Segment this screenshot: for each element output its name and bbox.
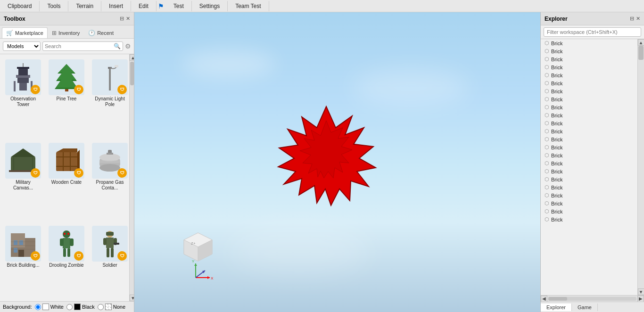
explorer-item[interactable]: ⬡Brick bbox=[541, 191, 637, 199]
filter-button[interactable]: ⚙ bbox=[125, 42, 131, 50]
explorer-item[interactable]: ⬡Brick bbox=[541, 95, 637, 103]
explorer-item-name: Brick bbox=[551, 209, 562, 214]
explorer-item-name: Brick bbox=[551, 81, 562, 86]
pine-tree-name: Pine Tree bbox=[57, 96, 77, 102]
svg-rect-38 bbox=[18, 250, 24, 257]
tab-recent[interactable]: 🕐 Recent bbox=[84, 27, 118, 38]
svg-rect-55 bbox=[107, 248, 109, 257]
grid-item-soldier[interactable]: 🛡 Soldier bbox=[90, 223, 129, 298]
explorer-item[interactable]: ⬡Brick bbox=[541, 215, 637, 223]
grid-item-brick-building[interactable]: 🛡 Brick Building... bbox=[3, 223, 43, 298]
toolbox-close-button[interactable]: ✕ bbox=[126, 16, 130, 22]
bottom-tab-game[interactable]: Game bbox=[572, 304, 598, 311]
explorer-item-name: Brick bbox=[551, 145, 562, 150]
explorer-item[interactable]: ⬡Brick bbox=[541, 151, 637, 159]
explorer-item[interactable]: ⬡Brick bbox=[541, 135, 637, 143]
explorer-item[interactable]: ⬡Brick bbox=[541, 87, 637, 95]
explorer-pin-button[interactable]: ⊟ bbox=[630, 16, 634, 22]
explorer-item-name: Brick bbox=[551, 97, 562, 102]
tab-marketplace[interactable]: 🛒 Marketplace bbox=[2, 27, 48, 38]
model-dropdown[interactable]: Models bbox=[3, 41, 41, 51]
menu-settings[interactable]: Settings bbox=[192, 1, 228, 11]
scroll-down-arrow[interactable]: ▼ bbox=[130, 295, 134, 301]
scroll-up-arrow[interactable]: ▲ bbox=[130, 54, 134, 61]
explorer-item-name: Brick bbox=[551, 73, 562, 78]
menu-terrain[interactable]: Terrain bbox=[68, 1, 101, 11]
explorer-item[interactable]: ⬡Brick bbox=[541, 199, 637, 207]
grid-item-propane[interactable]: 🛡 Propane Gas Conta... bbox=[90, 140, 129, 221]
bottom-tab-explorer[interactable]: Explorer bbox=[541, 304, 572, 311]
explorer-item[interactable]: ⬡Brick bbox=[541, 55, 637, 63]
bg-none-radio[interactable] bbox=[98, 304, 104, 310]
explorer-item-icon: ⬡ bbox=[545, 56, 549, 62]
explorer-item-name: Brick bbox=[551, 193, 562, 198]
explorer-item[interactable]: ⬡Brick bbox=[541, 39, 637, 47]
svg-rect-19 bbox=[56, 152, 77, 171]
cloud-2 bbox=[352, 69, 470, 107]
toolbox-controls: ⊟ ✕ bbox=[120, 16, 130, 22]
explorer-search-input[interactable] bbox=[544, 27, 641, 37]
item-thumb-brick-building: 🛡 bbox=[5, 226, 41, 262]
light-pole-badge: 🛡 bbox=[117, 85, 127, 94]
menu-clipboard[interactable]: Clipboard bbox=[0, 1, 40, 11]
grid-item-light-pole[interactable]: 🛡 Dynamic Light Pole bbox=[90, 57, 129, 138]
toolbox-scrollbar[interactable]: ▲ ▼ bbox=[129, 54, 134, 301]
explorer-item[interactable]: ⬡Brick bbox=[541, 183, 637, 191]
menu-edit[interactable]: Edit bbox=[131, 1, 157, 11]
svg-rect-43 bbox=[63, 238, 70, 248]
grid-item-drooling-zombie[interactable]: 🛡 Drooling Zombie bbox=[46, 223, 87, 298]
bg-black-radio[interactable] bbox=[66, 304, 73, 310]
explorer-item[interactable]: ⬡Brick bbox=[541, 175, 637, 183]
explorer-item[interactable]: ⬡Brick bbox=[541, 63, 637, 71]
menu-test[interactable]: Test bbox=[166, 1, 192, 11]
soldier-badge: 🛡 bbox=[117, 251, 127, 261]
bg-white-option[interactable]: White bbox=[35, 304, 64, 310]
toolbox-pin-button[interactable]: ⊟ bbox=[120, 16, 124, 22]
grid-item-obs-tower[interactable]: 🛡 Observation Tower bbox=[3, 57, 43, 138]
explorer-item[interactable]: ⬡Brick bbox=[541, 143, 637, 151]
h-scroll-thumb[interactable] bbox=[548, 297, 567, 301]
bg-black-option[interactable]: Black bbox=[66, 304, 95, 310]
explorer-item[interactable]: ⬡Brick bbox=[541, 127, 637, 135]
bg-none-swatch bbox=[105, 304, 112, 310]
bg-none-option[interactable]: None bbox=[98, 304, 125, 310]
search-input[interactable] bbox=[45, 43, 114, 49]
grid-item-wooden-crate[interactable]: 🛡 Wooden Crate bbox=[46, 140, 87, 221]
explorer-item-name: Brick bbox=[551, 121, 562, 126]
explorer-item-name: Brick bbox=[551, 89, 562, 94]
scroll-thumb[interactable] bbox=[130, 62, 134, 85]
svg-rect-44 bbox=[60, 238, 64, 246]
h-scroll-left[interactable]: ◀ bbox=[541, 296, 547, 302]
tab-inventory[interactable]: ⊞ Inventory bbox=[48, 27, 84, 38]
explorer-item[interactable]: ⬡Brick bbox=[541, 159, 637, 167]
explorer-item[interactable]: ⬡Brick bbox=[541, 103, 637, 111]
svg-point-49 bbox=[67, 233, 69, 235]
svg-rect-45 bbox=[70, 238, 74, 246]
explorer-scrollbar[interactable]: ▲ ▼ bbox=[637, 39, 644, 295]
search-row: Models 🔍 ⚙ bbox=[0, 39, 134, 54]
explorer-item[interactable]: ⬡Brick bbox=[541, 47, 637, 55]
viewport[interactable]: Z+ X Y bbox=[134, 12, 540, 312]
explorer-h-scrollbar[interactable]: ◀ ▶ bbox=[541, 295, 644, 302]
explorer-scroll-down[interactable]: ▼ bbox=[638, 288, 644, 295]
explorer-item[interactable]: ⬡Brick bbox=[541, 207, 637, 215]
explorer-item[interactable]: ⬡Brick bbox=[541, 111, 637, 119]
menu-teamtest[interactable]: Team Test bbox=[228, 1, 269, 11]
bg-white-radio[interactable] bbox=[35, 304, 41, 310]
explorer-item-name: Brick bbox=[551, 113, 562, 118]
menu-tools[interactable]: Tools bbox=[40, 1, 68, 11]
pine-tree-badge: 🛡 bbox=[74, 85, 83, 94]
explorer-scroll-up[interactable]: ▲ bbox=[638, 39, 644, 46]
explorer-scroll-thumb[interactable] bbox=[638, 46, 644, 60]
explorer-item[interactable]: ⬡Brick bbox=[541, 167, 637, 175]
explorer-close-button[interactable]: ✕ bbox=[636, 16, 640, 22]
explorer-item-name: Brick bbox=[551, 153, 562, 158]
explorer-item[interactable]: ⬡Brick bbox=[541, 79, 637, 87]
explorer-item[interactable]: ⬡Brick bbox=[541, 119, 637, 127]
menu-insert[interactable]: Insert bbox=[101, 1, 131, 11]
grid-item-pine-tree[interactable]: 🛡 Pine Tree bbox=[46, 57, 87, 138]
h-scroll-right[interactable]: ▶ bbox=[637, 296, 644, 302]
explorer-item[interactable]: ⬡Brick bbox=[541, 71, 637, 79]
svg-text:X: X bbox=[211, 276, 214, 280]
grid-item-military-canvas[interactable]: 🛡 Military Canvas... bbox=[3, 140, 43, 221]
